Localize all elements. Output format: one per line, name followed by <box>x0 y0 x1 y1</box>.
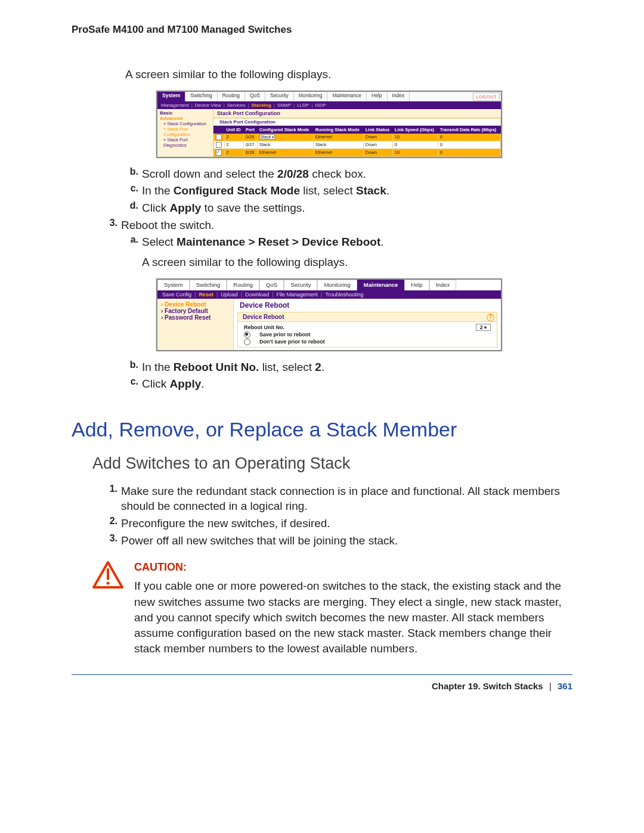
col-unit: Unit ID <box>224 126 243 133</box>
subnav-lldp[interactable]: LLDP <box>297 103 309 108</box>
tab-routing[interactable]: Routing <box>227 280 259 290</box>
addstep-3: Power off all new switches that will be … <box>121 533 596 549</box>
step-marker: d. <box>125 200 138 216</box>
tab-switching[interactable]: Switching <box>190 280 227 290</box>
addstep-marker: 1. <box>104 484 117 514</box>
main-tabs: System Switching Routing QoS Security Mo… <box>157 92 501 101</box>
tab-maintenance[interactable]: Maintenance <box>357 280 405 290</box>
radio-save[interactable] <box>244 332 250 338</box>
radio-nosave[interactable] <box>244 339 250 345</box>
tab-maintenance[interactable]: Maintenance <box>327 92 367 101</box>
footer-rule <box>72 674 572 675</box>
col-csm: Configured Stack Mode <box>257 126 313 133</box>
addstep-marker: 2. <box>104 516 117 531</box>
step-c2: Click Apply. <box>142 376 596 392</box>
subnav-upload[interactable]: Upload <box>221 292 238 298</box>
subnav-download[interactable]: Download <box>245 292 269 298</box>
intro-text-2: A screen similar to the following displa… <box>142 255 596 270</box>
side-advanced[interactable]: Advanced <box>160 116 210 121</box>
reboot-unit-select[interactable]: 2 <box>476 324 491 331</box>
step-d: Click Apply to save the settings. <box>142 200 596 216</box>
addstep-1: Make sure the redundant stack connection… <box>121 484 596 514</box>
tab-security[interactable]: Security <box>284 280 317 290</box>
side-stack-port-diag[interactable]: » Stack Port Diagnostics <box>163 137 210 148</box>
table-row[interactable]: 2 0/28 Ethernet Ethernet Down 10 0 <box>214 148 501 156</box>
sub-nav-2: Save Config| Reset| Upload| Download| Fi… <box>157 290 501 299</box>
table-row[interactable]: 2 0/27 Stack Stack Down 0 0 <box>214 141 501 148</box>
tab-index[interactable]: Index <box>388 92 410 101</box>
tab-security[interactable]: Security <box>265 92 294 101</box>
subnav-trouble[interactable]: Troubleshooting <box>325 292 363 298</box>
radio-nosave-label: Don't save prior to reboot <box>259 339 325 345</box>
step-marker: 3. <box>104 218 117 233</box>
tab-monitoring[interactable]: Monitoring <box>294 92 328 101</box>
step-3: Reboot the switch. <box>121 218 596 233</box>
caution-label: CAUTION: <box>134 561 564 574</box>
side-device-reboot[interactable]: › Device Reboot <box>161 301 230 308</box>
col-rsm: Running Stack Mode <box>313 126 363 133</box>
panel-title: Stack Port Configuration <box>213 109 501 118</box>
side-stack-port-config[interactable]: » Stack Port Configuration <box>163 126 210 137</box>
panel-subtitle: Stack Port Configuration <box>213 118 501 126</box>
intro-text-1: A screen similar to the following displa… <box>125 67 596 82</box>
tab-switching[interactable]: Switching <box>185 92 217 101</box>
step-marker: c. <box>125 376 138 392</box>
side-nav: Basic Advanced » Stack Configuration » S… <box>157 109 213 157</box>
subnav-stacking[interactable]: Stacking <box>252 103 271 108</box>
help-icon[interactable]: ? <box>487 314 494 321</box>
step-a2: Select Maintenance > Reset > Device Rebo… <box>142 234 596 250</box>
subnav-filemgmt[interactable]: File Management <box>276 292 318 298</box>
step-marker: b. <box>125 166 138 182</box>
step-b2: In the Reboot Unit No. list, select 2. <box>142 360 596 375</box>
subnav-save[interactable]: Save Config <box>162 292 191 298</box>
tab-index[interactable]: Index <box>429 280 456 290</box>
tab-spacer <box>410 92 472 101</box>
panel-title-2: Device Reboot <box>234 299 501 312</box>
tab-monitoring[interactable]: Monitoring <box>317 280 357 290</box>
subnav-device-view[interactable]: Device View <box>195 103 221 108</box>
step-marker: b. <box>125 360 138 375</box>
tab-help[interactable]: Help <box>367 92 387 101</box>
svg-point-2 <box>107 582 110 585</box>
logout-button[interactable]: LOGOUT <box>473 92 500 101</box>
screenshot-stack-port-config: System Switching Routing QoS Security Mo… <box>156 91 502 158</box>
footer-page: 361 <box>558 681 572 691</box>
tab-system[interactable]: System <box>157 280 190 290</box>
main-tabs-2: System Switching Routing QoS Security Mo… <box>157 280 501 290</box>
tab-qos[interactable]: QoS <box>245 92 265 101</box>
subnav-services[interactable]: Services <box>227 103 246 108</box>
step-b: Scroll down and select the 2/0/28 check … <box>142 166 596 182</box>
step-c: In the Configured Stack Mode list, selec… <box>142 183 596 199</box>
addstep-marker: 3. <box>104 533 117 549</box>
heading-1: Add, Remove, or Replace a Stack Member <box>72 418 644 441</box>
col-spd: Link Speed (Gbps) <box>392 126 438 133</box>
col-ls: Link Status <box>363 126 392 133</box>
table-row[interactable]: 2 0/28 Stack Ethernet Down 10 0 <box>214 133 501 141</box>
side-stack-config[interactable]: » Stack Configuration <box>163 121 210 126</box>
side-basic[interactable]: Basic <box>160 110 210 116</box>
col-select <box>214 126 225 133</box>
tab-qos[interactable]: QoS <box>259 280 284 290</box>
subnav-snmp[interactable]: SNMP <box>277 103 291 108</box>
row-checkbox[interactable] <box>216 142 222 148</box>
side-factory-default[interactable]: › Factory Default <box>161 308 230 314</box>
sub-nav: Management| Device View| Services| Stack… <box>157 101 501 109</box>
heading-2: Add Switches to an Operating Stack <box>92 454 644 473</box>
subnav-isdp[interactable]: ISDP <box>315 103 326 108</box>
caution-text: If you cable one or more powered-on swit… <box>134 578 564 657</box>
stack-port-table: Unit ID Port Configured Stack Mode Runni… <box>213 126 501 157</box>
col-port: Port <box>243 126 257 133</box>
radio-save-label: Save prior to reboot <box>259 332 311 337</box>
tab-help[interactable]: Help <box>404 280 429 290</box>
row-checkbox-checked[interactable] <box>216 150 222 156</box>
side-password-reset[interactable]: › Password Reset <box>161 314 230 321</box>
tab-routing[interactable]: Routing <box>218 92 245 101</box>
subnav-reset[interactable]: Reset <box>199 292 213 298</box>
csm-select[interactable]: Stack <box>259 134 275 140</box>
footer-chapter: Chapter 19. Switch Stacks <box>432 681 543 691</box>
step-marker: c. <box>125 183 138 199</box>
row-checkbox[interactable] <box>216 134 222 140</box>
reboot-unit-label: Reboot Unit No. <box>244 324 284 330</box>
subnav-management[interactable]: Management <box>161 103 189 108</box>
tab-system[interactable]: System <box>157 92 185 101</box>
